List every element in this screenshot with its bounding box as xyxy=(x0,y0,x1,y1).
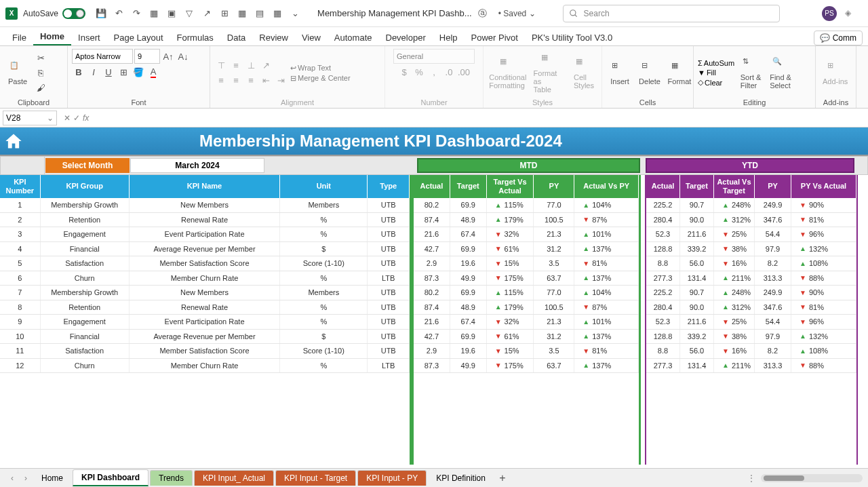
qa-icon-7[interactable]: ▤ xyxy=(254,8,265,19)
grow-font-icon[interactable]: A↑ xyxy=(161,50,175,63)
table-row[interactable]: 225.2 90.7 ▲248% 249.9 ▼90% xyxy=(646,198,856,213)
number-format[interactable] xyxy=(393,49,475,64)
table-row[interactable]: 10 Financial Average Revenue per Member … xyxy=(0,330,410,345)
menu-automate[interactable]: Automate xyxy=(328,30,379,45)
table-row[interactable]: 42.7 69.9 ▼61% 31.2 ▲137% xyxy=(414,242,639,257)
table-row[interactable]: 225.2 90.7 ▲248% 249.9 ▼90% xyxy=(646,286,856,300)
tab-kpi-actual[interactable]: KPI Input_ Actual xyxy=(194,470,274,486)
sheet-options-icon[interactable]: ⋮ xyxy=(747,473,755,483)
table-row[interactable]: 2.9 19.6 ▼15% 3.5 ▼81% xyxy=(414,344,639,359)
tab-kpi-definition[interactable]: KPI Definition xyxy=(428,471,494,486)
italic-icon[interactable]: I xyxy=(87,65,100,79)
table-row[interactable]: 12 Churn Member Churn Rate % LTB xyxy=(0,359,410,374)
table-row[interactable]: 6 Churn Member Churn Rate % LTB xyxy=(0,271,410,286)
table-row[interactable]: 11 Satisfaction Member Satisfaction Scor… xyxy=(0,344,410,359)
fx-icon[interactable]: fx xyxy=(83,113,89,123)
font-select[interactable] xyxy=(72,49,133,64)
sheet-next-icon[interactable]: › xyxy=(19,473,33,483)
qa-icon-3[interactable]: ▽ xyxy=(184,8,195,19)
tab-kpi-dashboard[interactable]: KPI Dashboard xyxy=(73,469,149,486)
table-row[interactable]: 87.3 49.9 ▼175% 63.7 ▲137% xyxy=(414,271,639,286)
menu-powerpivot[interactable]: Power Pivot xyxy=(465,30,525,45)
align-center-icon[interactable]: ≡ xyxy=(229,74,243,87)
table-row[interactable]: 128.8 339.2 ▼38% 97.9 ▲132% xyxy=(646,242,856,257)
table-row[interactable]: 87.4 48.9 ▲179% 100.5 ▼87% xyxy=(414,300,639,315)
undo-icon[interactable]: ↶ xyxy=(113,8,124,19)
font-color-icon[interactable]: A xyxy=(146,65,160,79)
table-row[interactable]: 8.8 56.0 ▼16% 8.2 ▲108% xyxy=(646,344,856,359)
table-row[interactable]: 277.3 131.4 ▲211% 313.3 ▼88% xyxy=(646,359,856,374)
autosum-button[interactable]: ΣAutoSum xyxy=(698,59,734,67)
table-row[interactable]: 80.2 69.9 ▲115% 77.0 ▲104% xyxy=(414,286,639,300)
table-row[interactable]: 52.3 211.6 ▼25% 54.4 ▼96% xyxy=(646,227,856,242)
orient-icon[interactable]: ↗ xyxy=(259,59,273,73)
table-row[interactable]: 7 Membership Growth New Members Members … xyxy=(0,286,410,300)
accessibility-icon[interactable]: ⓐ xyxy=(477,8,488,19)
table-row[interactable]: 2 Retention Renewal Rate % UTB xyxy=(0,213,410,228)
copy-icon[interactable]: ⎘ xyxy=(34,66,47,80)
comments-button[interactable]: 💬Comm xyxy=(814,31,863,45)
qa-icon-2[interactable]: ▣ xyxy=(166,8,177,19)
currency-icon[interactable]: $ xyxy=(397,65,411,79)
inc-dec-icon[interactable]: .0 xyxy=(442,65,456,79)
border-icon[interactable]: ⊞ xyxy=(117,65,130,79)
diamond-icon[interactable]: ◈ xyxy=(845,8,856,19)
autosave-toggle[interactable] xyxy=(62,8,85,19)
sort-filter-button[interactable]: ⇅Sort & Filter xyxy=(737,56,764,91)
qa-icon-5[interactable]: ⊞ xyxy=(219,8,230,19)
dec-dec-icon[interactable]: .00 xyxy=(457,65,471,79)
cancel-icon[interactable]: ✕ xyxy=(64,113,71,123)
find-select-button[interactable]: 🔍Find & Select xyxy=(767,56,794,91)
comma-icon[interactable]: , xyxy=(427,65,441,79)
table-row[interactable]: 128.8 339.2 ▼38% 97.9 ▲132% xyxy=(646,330,856,345)
redo-icon[interactable]: ↷ xyxy=(131,8,142,19)
indent-inc-icon[interactable]: ⇥ xyxy=(274,74,288,87)
menu-data[interactable]: Data xyxy=(220,30,252,45)
font-size[interactable] xyxy=(134,49,160,64)
table-row[interactable]: 8.8 56.0 ▼16% 8.2 ▲108% xyxy=(646,256,856,271)
table-row[interactable]: 9 Engagement Event Participation Rate % … xyxy=(0,315,410,330)
fill-color-icon[interactable]: 🪣 xyxy=(132,65,145,79)
table-row[interactable]: 5 Satisfaction Member Satisfaction Score… xyxy=(0,256,410,271)
enter-icon[interactable]: ✓ xyxy=(73,113,80,123)
align-mid-icon[interactable]: ≡ xyxy=(229,59,243,73)
formula-input[interactable] xyxy=(93,111,868,125)
align-right-icon[interactable]: ≡ xyxy=(244,74,258,87)
table-row[interactable]: 87.3 49.9 ▼175% 63.7 ▲137% xyxy=(414,359,639,374)
table-row[interactable]: 87.4 48.9 ▲179% 100.5 ▼87% xyxy=(414,213,639,228)
table-row[interactable]: 277.3 131.4 ▲211% 313.3 ▼88% xyxy=(646,271,856,286)
delete-button[interactable]: ⊟Delete xyxy=(636,60,663,87)
qa-icon-4[interactable]: ↗ xyxy=(201,8,212,19)
table-row[interactable]: 280.4 90.0 ▲312% 347.6 ▼81% xyxy=(646,213,856,228)
tab-home[interactable]: Home xyxy=(33,471,71,486)
tab-trends[interactable]: Trends xyxy=(150,470,193,486)
tab-kpi-py[interactable]: KPI Input - PY xyxy=(357,470,427,486)
table-row[interactable]: 3 Engagement Event Participation Rate % … xyxy=(0,227,410,242)
clear-button[interactable]: ◇Clear xyxy=(698,78,734,87)
horizontal-scrollbar[interactable] xyxy=(761,474,863,482)
table-row[interactable]: 52.3 211.6 ▼25% 54.4 ▼96% xyxy=(646,315,856,330)
table-row[interactable]: 21.6 67.4 ▼32% 21.3 ▲101% xyxy=(414,315,639,330)
table-row[interactable]: 21.6 67.4 ▼32% 21.3 ▲101% xyxy=(414,227,639,242)
cond-format-button[interactable]: ▦Conditional Formatting xyxy=(488,56,528,91)
qa-icon-1[interactable]: ▦ xyxy=(149,8,159,19)
format-table-button[interactable]: ▦Format as Table xyxy=(531,52,568,95)
table-row[interactable]: 4 Financial Average Revenue per Member $… xyxy=(0,242,410,257)
tab-kpi-target[interactable]: KPI Input - Target xyxy=(275,470,356,486)
add-sheet-button[interactable]: + xyxy=(494,472,511,484)
align-top-icon[interactable]: ⊤ xyxy=(214,59,228,73)
qa-more-icon[interactable]: ⌄ xyxy=(290,8,300,19)
wrap-text-button[interactable]: ↩Wrap Text xyxy=(290,64,351,73)
qa-icon-8[interactable]: ▦ xyxy=(272,8,283,19)
insert-button[interactable]: ⊞Insert xyxy=(606,60,633,87)
home-icon[interactable] xyxy=(4,132,23,151)
menu-view[interactable]: View xyxy=(295,30,328,45)
addins-button[interactable]: ⊞Add-ins xyxy=(820,60,850,87)
merge-button[interactable]: ⊟Merge & Center xyxy=(290,74,351,83)
format-painter-icon[interactable]: 🖌 xyxy=(34,81,47,95)
fill-button[interactable]: ▼Fill xyxy=(698,69,734,77)
cell-styles-button[interactable]: ▦Cell Styles xyxy=(570,56,597,91)
menu-help[interactable]: Help xyxy=(433,30,465,45)
user-avatar[interactable]: PS xyxy=(822,6,837,21)
table-row[interactable]: 2.9 19.6 ▼15% 3.5 ▼81% xyxy=(414,256,639,271)
